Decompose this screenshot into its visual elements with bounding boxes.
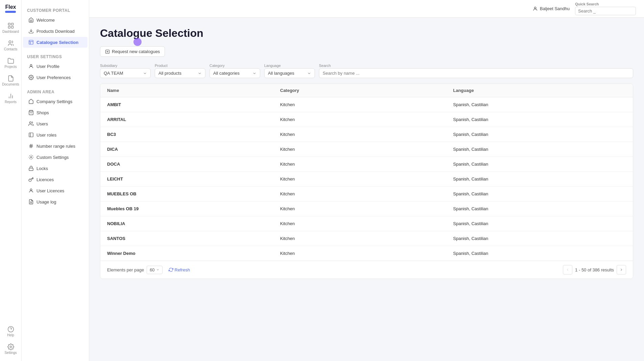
sidebar-item-user-profile[interactable]: User Profile [23,61,88,72]
action-bar: Request new catalogues [100,46,633,57]
next-page-button[interactable] [617,265,626,274]
table-row[interactable]: BC3 Kitchen Spanish, Castilian [100,127,633,142]
col-language: Language [453,88,626,93]
refresh-icon [169,267,173,272]
sidebar-item-user-licences[interactable]: User Licences [23,185,88,196]
svg-rect-26 [29,168,33,170]
rail-item-documents[interactable]: Documents [3,72,19,89]
rail-label-contacts: Contacts [4,47,17,51]
sidebar-label-number-range-rules: Number range rules [36,144,75,149]
cell-language: Spanish, Castilian [453,221,626,226]
request-catalogues-button[interactable]: Request new catalogues [100,46,165,57]
sidebar-item-licences[interactable]: Licences [23,174,88,185]
user-avatar-icon [532,6,538,11]
filters-row: Subsidiary QA TEAM Product All products … [100,64,633,78]
page-title: Catalogue Selection [100,27,633,40]
table-row[interactable]: SANTOS Kitchen Spanish, Castilian [100,231,633,246]
icon-rail: Flex Dashboard Contacts Projects Documen… [0,0,22,361]
per-page-select[interactable]: 60 [147,266,162,274]
results-text: 1 - 50 of 386 results [575,267,614,272]
svg-line-24 [31,144,32,148]
sidebar-item-locks[interactable]: Locks [23,163,88,174]
documents-icon [7,75,14,82]
chevron-left-icon [566,268,570,272]
filter-category: Category All categories [209,64,260,78]
rail-item-reports[interactable]: Reports [3,90,19,106]
cell-name: AMBIT [107,102,280,107]
cell-name: BC3 [107,132,280,137]
cell-name: DICA [107,147,280,152]
table-row[interactable]: Muebles OB 19 Kitchen Spanish, Castilian [100,201,633,216]
sidebar-label-company-settings: Company Settings [36,99,72,104]
svg-point-30 [534,7,536,8]
user-info[interactable]: Baljeet Sandhu [532,6,570,11]
rail-item-contacts[interactable]: Contacts [3,37,19,53]
rail-item-projects[interactable]: Projects [3,55,19,71]
cell-name: MUEBLES OB [107,191,280,196]
lock-icon [28,166,34,171]
cell-category: Kitchen [280,102,453,107]
table-row[interactable]: AMBIT Kitchen Spanish, Castilian [100,97,633,112]
sidebar-item-user-roles[interactable]: User roles [23,129,88,140]
svg-point-18 [29,122,31,123]
sidebar-item-number-range-rules[interactable]: Number range rules [23,141,88,151]
topbar: Baljeet Sandhu Quick Search [89,0,644,18]
per-page-label: Elements per page [107,267,144,272]
refresh-button[interactable]: Refresh [165,266,194,274]
sidebar-item-company-settings[interactable]: Company Settings [23,96,88,107]
quick-search-area: Quick Search [575,2,636,15]
sidebar-item-welcome[interactable]: Welcome [23,15,88,25]
cell-category: Kitchen [280,176,453,182]
per-page-area: Elements per page 60 Refresh [107,266,193,274]
chevron-down-icon-2 [198,71,202,75]
cell-language: Spanish, Castilian [453,162,626,167]
table-row[interactable]: NOBILIA Kitchen Spanish, Castilian [100,216,633,231]
sidebar-item-custom-settings[interactable]: Custom Settings [23,152,88,163]
rail-label-documents: Documents [2,82,19,86]
category-label: Category [209,64,260,68]
sidebar-label-licences: Licences [36,177,54,182]
rail-label-reports: Reports [5,100,17,104]
filter-subsidiary: Subsidiary QA TEAM [100,64,151,78]
cell-language: Spanish, Castilian [453,251,626,256]
cell-name: ARRITAL [107,117,280,122]
sidebar-item-users[interactable]: Users [23,118,88,129]
sidebar-label-user-licences: User Licences [36,188,64,193]
prev-page-button[interactable] [563,265,572,274]
language-select[interactable]: All languages [264,68,315,78]
subsidiary-select[interactable]: QA TEAM [100,68,151,78]
category-select[interactable]: All categories [209,68,260,78]
rail-label-help: Help [7,333,14,337]
table-row[interactable]: DICA Kitchen Spanish, Castilian [100,142,633,157]
cell-name: LEICHT [107,176,280,182]
cell-language: Spanish, Castilian [453,117,626,122]
sidebar-item-catalogue-selection[interactable]: Catalogue Selection [23,37,88,48]
sidebar-item-user-preferences[interactable]: User Preferences [23,72,88,83]
rail-item-dashboard[interactable]: Dashboard [3,20,19,36]
reports-icon [7,93,14,99]
sidebar-item-shops[interactable]: Shops [23,107,88,118]
svg-point-10 [10,346,11,347]
sidebar-item-products-download[interactable]: Products Download [23,26,88,37]
table-row[interactable]: ARRITAL Kitchen Spanish, Castilian [100,112,633,127]
product-select[interactable]: All products [155,68,205,78]
svg-rect-2 [8,26,10,28]
number-icon [28,143,34,149]
sidebar-label-custom-settings: Custom Settings [36,155,69,160]
cell-name: NOBILIA [107,221,280,226]
sidebar-label-user-roles: User roles [36,133,56,138]
table-row[interactable]: Winner Demo Kitchen Spanish, Castilian [100,246,633,261]
sidebar-label-welcome: Welcome [36,18,55,23]
table-row[interactable]: DOCA Kitchen Spanish, Castilian [100,157,633,172]
search-filter-input[interactable] [319,68,633,78]
rail-item-help[interactable]: Help [3,323,19,339]
table-row[interactable]: LEICHT Kitchen Spanish, Castilian [100,172,633,187]
rail-item-settings[interactable]: Settings [3,341,19,357]
table-row[interactable]: MUEBLES OB Kitchen Spanish, Castilian [100,187,633,201]
main-area: Baljeet Sandhu Quick Search Catalogue Se… [89,0,644,361]
sidebar-item-usage-log[interactable]: Usage log [23,196,88,207]
col-category: Category [280,88,453,93]
custom-icon [28,154,34,160]
quick-search-input[interactable] [575,7,636,15]
quick-search-label: Quick Search [575,2,636,6]
